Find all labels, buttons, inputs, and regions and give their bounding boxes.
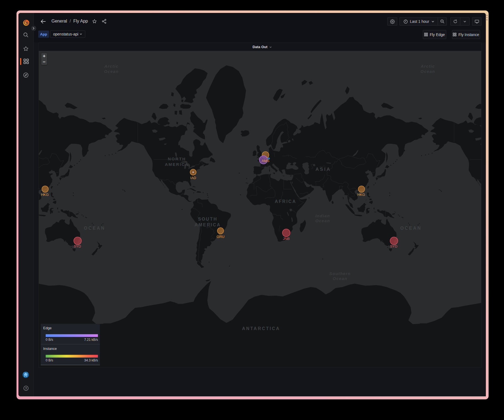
svg-text:ANTARCTICA: ANTARCTICA bbox=[242, 326, 280, 331]
svg-text:Southern: Southern bbox=[329, 271, 351, 276]
svg-text:AMERICA: AMERICA bbox=[165, 162, 189, 167]
svg-text:Ocean: Ocean bbox=[104, 69, 119, 74]
svg-text:OCEAN: OCEAN bbox=[84, 226, 105, 230]
svg-text:Ocean: Ocean bbox=[333, 276, 347, 281]
svg-text:SYD: SYD bbox=[74, 244, 81, 248]
svg-text:JNB: JNB bbox=[283, 237, 290, 241]
svg-text:HKG: HKG bbox=[41, 193, 49, 197]
svg-text:SYD: SYD bbox=[390, 244, 398, 248]
svg-text:IAD: IAD bbox=[190, 176, 196, 180]
svg-text:OCEAN: OCEAN bbox=[400, 226, 422, 230]
svg-text:GRU: GRU bbox=[217, 235, 224, 239]
svg-text:Ocean: Ocean bbox=[420, 69, 435, 74]
svg-text:NORTH: NORTH bbox=[168, 157, 186, 161]
svg-text:AMS: AMS bbox=[262, 159, 270, 163]
svg-text:Arctic: Arctic bbox=[420, 64, 435, 68]
svg-text:Arctic: Arctic bbox=[104, 64, 119, 68]
svg-text:Indian: Indian bbox=[315, 213, 330, 218]
svg-text:AFRICA: AFRICA bbox=[275, 199, 296, 204]
svg-text:SOUTH: SOUTH bbox=[198, 217, 218, 221]
svg-text:?: ? bbox=[25, 387, 27, 390]
svg-text:AMERICA: AMERICA bbox=[195, 223, 221, 227]
svg-text:Ocean: Ocean bbox=[315, 218, 330, 223]
svg-text:ASIA: ASIA bbox=[316, 167, 331, 172]
svg-text:HKG: HKG bbox=[357, 193, 365, 197]
